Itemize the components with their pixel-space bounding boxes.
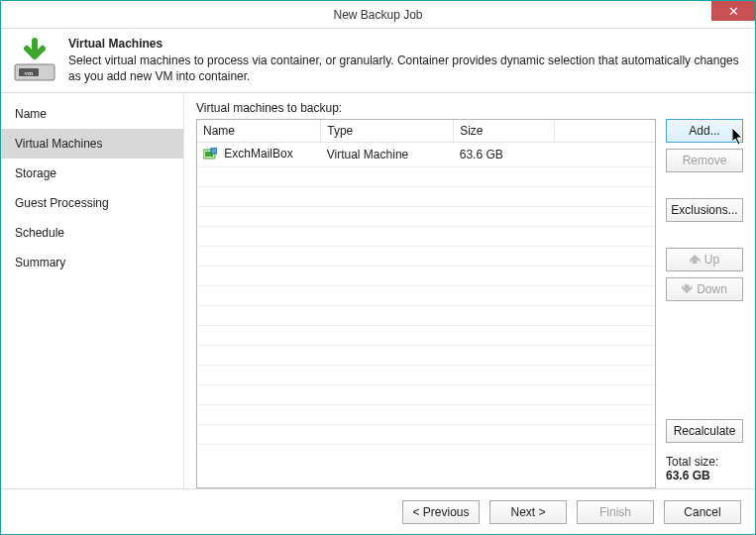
arrow-down-icon: 🢃 — [682, 283, 693, 295]
down-button[interactable]: 🢃 Down — [666, 277, 743, 301]
side-button-panel: Add... Remove Exclusions... 🢁 Up 🢃 Down — [666, 119, 743, 488]
sidebar-item-storage[interactable]: Storage — [1, 159, 183, 188]
column-header-extra[interactable] — [554, 120, 655, 143]
table-row — [197, 305, 655, 325]
main-panel: Virtual machines to backup: Name Type Si… — [184, 93, 755, 488]
cell-name-text: ExchMailBox — [224, 147, 292, 160]
table-row[interactable]: ExchMailBox Virtual Machine 63.6 GB — [197, 143, 655, 166]
table-row — [197, 246, 655, 266]
table-row — [197, 384, 655, 404]
recalculate-button[interactable]: Recalculate — [666, 419, 743, 443]
table-row — [197, 345, 655, 365]
table-row — [197, 166, 655, 186]
sidebar-item-summary[interactable]: Summary — [1, 248, 183, 277]
cell-size: 63.6 GB — [454, 143, 555, 166]
titlebar: New Backup Job ✕ — [1, 1, 755, 29]
wizard-header-text: Virtual Machines Select virtual machines… — [68, 37, 745, 84]
vm-icon — [203, 148, 217, 162]
table-row — [197, 365, 655, 384]
cell-type: Virtual Machine — [321, 143, 454, 166]
exclusions-button[interactable]: Exclusions... — [666, 198, 743, 222]
arrow-up-icon: 🢁 — [690, 254, 701, 266]
wizard-step-title: Virtual Machines — [68, 37, 745, 51]
column-header-size[interactable]: Size — [454, 120, 555, 143]
wizard-body: Name Virtual Machines Storage Guest Proc… — [1, 93, 755, 488]
column-header-type[interactable]: Type — [321, 120, 454, 143]
table-row — [197, 186, 655, 206]
sidebar-item-virtual-machines[interactable]: Virtual Machines — [1, 129, 183, 159]
sidebar-item-guest-processing[interactable]: Guest Processing — [1, 188, 183, 218]
wizard-steps-sidebar: Name Virtual Machines Storage Guest Proc… — [1, 93, 184, 488]
cursor-icon — [732, 128, 746, 146]
vm-table[interactable]: Name Type Size — [196, 119, 656, 488]
total-size-value: 63.6 GB — [666, 469, 743, 482]
cell-name: ExchMailBox — [197, 143, 321, 166]
svg-text:vm: vm — [25, 69, 35, 77]
sidebar-item-name[interactable]: Name — [1, 99, 183, 129]
window-title: New Backup Job — [333, 8, 422, 22]
table-row — [197, 325, 655, 345]
wizard-footer: < Previous Next > Finish Cancel — [1, 488, 755, 534]
table-row — [197, 424, 655, 444]
next-button[interactable]: Next > — [489, 500, 567, 524]
sidebar-item-schedule[interactable]: Schedule — [1, 218, 183, 248]
close-icon: ✕ — [728, 4, 739, 19]
table-row — [197, 285, 655, 305]
wizard-step-description: Select virtual machines to process via c… — [68, 53, 745, 84]
table-row — [197, 226, 655, 246]
svg-rect-5 — [211, 148, 217, 154]
remove-button[interactable]: Remove — [666, 149, 743, 172]
table-row — [197, 266, 655, 285]
previous-button[interactable]: < Previous — [402, 500, 480, 524]
close-button[interactable]: ✕ — [711, 1, 755, 21]
up-button[interactable]: 🢁 Up — [666, 248, 743, 271]
add-button[interactable]: Add... — [666, 119, 743, 143]
cancel-button[interactable]: Cancel — [664, 500, 741, 524]
column-header-name[interactable]: Name — [197, 120, 321, 143]
dialog-window: New Backup Job ✕ vm Virtual Machines Sel… — [0, 0, 756, 535]
table-row — [197, 404, 655, 424]
table-row — [197, 206, 655, 226]
vm-list-label: Virtual machines to backup: — [196, 101, 743, 115]
total-size-block: Total size: 63.6 GB — [666, 455, 743, 482]
wizard-header: vm Virtual Machines Select virtual machi… — [1, 29, 755, 93]
total-size-label: Total size: — [666, 455, 743, 469]
wizard-step-icon: vm — [11, 37, 58, 84]
finish-button[interactable]: Finish — [577, 500, 654, 524]
